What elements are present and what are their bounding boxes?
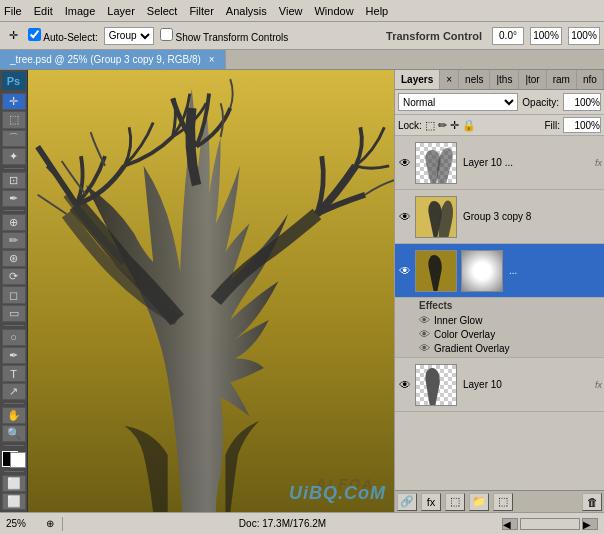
scale-x-input[interactable] bbox=[530, 27, 562, 45]
layer-item-layer10-top[interactable]: 👁 Layer 10 ... fx bbox=[395, 136, 604, 190]
lock-position-icon[interactable]: ✛ bbox=[450, 119, 459, 132]
tab-histogram-label[interactable]: |tor bbox=[519, 70, 546, 89]
add-layer-style-btn[interactable]: fx bbox=[421, 493, 441, 511]
menu-image[interactable]: Image bbox=[65, 5, 96, 17]
effect-gradient-overlay[interactable]: 👁 Gradient Overlay bbox=[419, 341, 596, 355]
tab-channels-label[interactable]: nels bbox=[459, 70, 490, 89]
toolbar: Ps ✛ ⬚ ⌒ ✦ ⊡ ✒ ⊕ ✏ ⊛ ⟳ ◻ ▭ ○ ✒ T ↗ ✋ 🔍 ⬜… bbox=[0, 70, 28, 512]
layer-item-layer10-bottom[interactable]: 👁 Layer 10 fx bbox=[395, 358, 604, 412]
zoom-icon[interactable]: ⊕ bbox=[46, 518, 54, 529]
visibility-icon-group3copy8[interactable]: 👁 bbox=[397, 209, 413, 225]
toolbar-divider-2 bbox=[4, 210, 24, 211]
auto-select-label: Auto-Select: bbox=[28, 28, 98, 43]
menu-select[interactable]: Select bbox=[147, 5, 178, 17]
tool-type[interactable]: T bbox=[2, 365, 26, 382]
visibility-icon-layer10-bottom[interactable]: 👁 bbox=[397, 377, 413, 393]
menu-view[interactable]: View bbox=[279, 5, 303, 17]
tool-gradient[interactable]: ▭ bbox=[2, 305, 26, 322]
tool-dodge[interactable]: ○ bbox=[2, 329, 26, 346]
effect-color-overlay[interactable]: 👁 Color Overlay bbox=[419, 327, 596, 341]
menu-layer[interactable]: Layer bbox=[107, 5, 135, 17]
tool-zoom[interactable]: 🔍 bbox=[2, 425, 26, 442]
tool-brush[interactable]: ✏ bbox=[2, 232, 26, 249]
toolbar-divider-4 bbox=[4, 403, 24, 404]
tool-eraser[interactable]: ◻ bbox=[2, 286, 26, 303]
scroll-controls: ◀ ▶ bbox=[502, 518, 598, 530]
tool-history[interactable]: ⟳ bbox=[2, 268, 26, 285]
menu-edit[interactable]: Edit bbox=[34, 5, 53, 17]
layer-fx-layer10-bottom: fx bbox=[595, 380, 602, 390]
effect-eye-icon-inner-glow[interactable]: 👁 bbox=[419, 314, 430, 326]
tab-close[interactable]: × bbox=[209, 54, 215, 65]
lock-transparent-icon[interactable]: ⬚ bbox=[425, 119, 435, 132]
tab-ram-label[interactable]: ram bbox=[547, 70, 577, 89]
options-bar: ✛ Auto-Select: Group Layer Show Transfor… bbox=[0, 22, 604, 50]
status-bar: 25% ⊕ Doc: 17.3M/176.2M ◀ ▶ bbox=[0, 512, 604, 534]
tab-channels[interactable]: × bbox=[440, 70, 459, 89]
tool-hand[interactable]: ✋ bbox=[2, 407, 26, 424]
scale-y-input[interactable] bbox=[568, 27, 600, 45]
menu-filter[interactable]: Filter bbox=[189, 5, 213, 17]
lock-pixels-icon[interactable]: ✏ bbox=[438, 119, 447, 132]
menu-file[interactable]: File bbox=[4, 5, 22, 17]
layer-thumb-layer10-bottom bbox=[415, 364, 457, 406]
tool-clone[interactable]: ⊛ bbox=[2, 250, 26, 267]
delete-layer-btn[interactable]: 🗑 bbox=[582, 493, 602, 511]
tab-layers[interactable]: Layers bbox=[395, 70, 440, 89]
add-mask-btn[interactable]: ⬚ bbox=[445, 493, 465, 511]
layer-thumb-svg-layer10-bottom bbox=[416, 365, 457, 406]
canvas-area[interactable]: ALFOA UiBQ.CoM bbox=[28, 70, 394, 512]
layer-controls: Normal Multiply Screen Opacity: bbox=[395, 90, 604, 115]
visibility-icon-group3copy9[interactable]: 👁 bbox=[397, 263, 413, 279]
toolbar-divider-3 bbox=[4, 325, 24, 326]
tab-info-label[interactable]: nfo bbox=[577, 70, 604, 89]
opacity-input[interactable] bbox=[563, 93, 601, 111]
layer-item-group3copy9[interactable]: 👁 ... bbox=[395, 244, 604, 298]
tool-lasso[interactable]: ⌒ bbox=[2, 130, 26, 147]
menu-bar: File Edit Image Layer Select Filter Anal… bbox=[0, 0, 604, 22]
new-group-btn[interactable]: 📁 bbox=[469, 493, 489, 511]
effects-section: Effects 👁 Inner Glow 👁 Color Overlay 👁 G… bbox=[395, 298, 604, 358]
tool-path[interactable]: ↗ bbox=[2, 383, 26, 400]
tab-paths-label[interactable]: |ths bbox=[490, 70, 519, 89]
tool-marquee[interactable]: ⬚ bbox=[2, 111, 26, 128]
toolbar-divider-5 bbox=[4, 445, 24, 446]
new-layer-btn[interactable]: ⬚ bbox=[493, 493, 513, 511]
menu-analysis[interactable]: Analysis bbox=[226, 5, 267, 17]
effect-eye-icon-gradient-overlay[interactable]: 👁 bbox=[419, 342, 430, 354]
tool-crop[interactable]: ⊡ bbox=[2, 172, 26, 189]
tool-mode-standard[interactable]: ⬜ bbox=[2, 475, 26, 492]
layer-item-group3copy8[interactable]: 👁 Group 3 copy 8 bbox=[395, 190, 604, 244]
fill-input[interactable] bbox=[563, 117, 601, 133]
tool-magic-wand[interactable]: ✦ bbox=[2, 148, 26, 165]
panel-bottom: 🔗 fx ⬚ 📁 ⬚ 🗑 bbox=[395, 490, 604, 512]
effect-eye-icon-color-overlay[interactable]: 👁 bbox=[419, 328, 430, 340]
blend-mode-select[interactable]: Normal Multiply Screen bbox=[398, 93, 518, 111]
auto-select-checkbox[interactable] bbox=[28, 28, 41, 41]
layer-thumb-svg-layer10-top bbox=[416, 143, 457, 184]
scroll-left-btn[interactable]: ◀ bbox=[502, 518, 518, 530]
visibility-icon-layer10-top[interactable]: 👁 bbox=[397, 155, 413, 171]
layers-list[interactable]: 👁 Layer 10 ... fx 👁 bbox=[395, 136, 604, 490]
link-layers-btn[interactable]: 🔗 bbox=[397, 493, 417, 511]
menu-window[interactable]: Window bbox=[314, 5, 353, 17]
rotation-input[interactable] bbox=[492, 27, 524, 45]
effect-inner-glow[interactable]: 👁 Inner Glow bbox=[419, 313, 596, 327]
tool-healing[interactable]: ⊕ bbox=[2, 214, 26, 231]
lock-controls: Lock: ⬚ ✏ ✛ 🔒 Fill: bbox=[395, 115, 604, 136]
tool-pen[interactable]: ✒ bbox=[2, 347, 26, 364]
tool-eyedropper[interactable]: ✒ bbox=[2, 190, 26, 207]
tool-screen-mode[interactable]: ⬜ bbox=[2, 493, 26, 510]
tool-move[interactable]: ✛ bbox=[2, 93, 26, 110]
scroll-right-btn[interactable]: ▶ bbox=[582, 518, 598, 530]
color-swatch[interactable] bbox=[2, 451, 26, 468]
auto-select-type[interactable]: Group Layer bbox=[104, 27, 154, 45]
menu-help[interactable]: Help bbox=[366, 5, 389, 17]
effect-name-gradient-overlay: Gradient Overlay bbox=[434, 343, 510, 354]
scroll-track[interactable] bbox=[520, 518, 580, 530]
show-transform-checkbox[interactable] bbox=[160, 28, 173, 41]
file-tab[interactable]: _tree.psd @ 25% (Group 3 copy 9, RGB/8) … bbox=[0, 50, 226, 69]
lock-all-icon[interactable]: 🔒 bbox=[462, 119, 476, 132]
transform-controls-label: Transform Control bbox=[386, 30, 482, 42]
layer-thumb-svg-group3copy9 bbox=[416, 251, 457, 292]
